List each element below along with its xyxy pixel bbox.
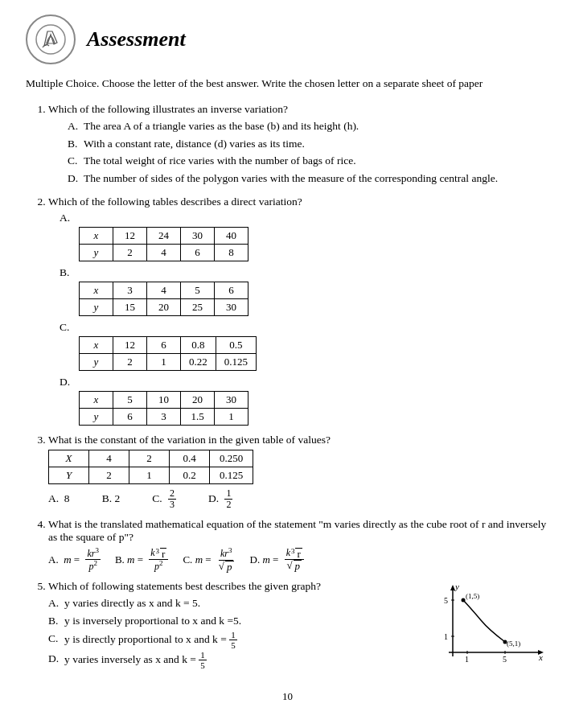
svg-point-16 — [462, 598, 466, 603]
option-5a: A. y varies directly as x and k = 5. — [48, 594, 429, 612]
option-5b: B. y is inversely proportional to x and … — [48, 612, 429, 630]
q4-option-c: C. m = kr3 √p — [183, 547, 235, 571]
question-1-text: Which of the following illustrates an in… — [48, 103, 288, 115]
pencil-icon — [35, 23, 67, 56]
option-5c: C. y is directly proportional to x and k… — [48, 630, 429, 650]
q3-options: A. 8 B. 2 C. 2 3 D. 1 2 — [48, 488, 549, 510]
q5-options-container: Which of following statements best descr… — [48, 580, 429, 670]
q3-table: X420.40.250 Y210.20.125 — [48, 450, 253, 484]
q2-table-b: x3456 y15202530 — [79, 282, 248, 316]
svg-text:x: x — [538, 652, 543, 662]
svg-text:(5,1): (5,1) — [507, 640, 520, 648]
svg-text:5: 5 — [503, 655, 507, 664]
question-5: Which of following statements best descr… — [48, 580, 549, 676]
question-3: What is the constant of the variation in… — [48, 434, 549, 510]
q4-option-d: D. m = k 3r √p — [250, 548, 304, 571]
question-2-text: Which of the following tables describes … — [48, 195, 302, 208]
q2-option-c-label: C. — [60, 321, 549, 334]
q3-option-c: C. 2 3 — [152, 488, 176, 510]
q3-option-b: B. 2 — [102, 492, 121, 505]
svg-text:1: 1 — [444, 632, 448, 641]
q2-table-c: x1260.80.5 y210.220.125 — [79, 336, 257, 371]
option-5d: D. y varies inversely as x and k = 15 — [48, 650, 429, 670]
question-1: Which of the following illustrates an in… — [48, 103, 549, 187]
question-4: What is the translated mathematical equa… — [48, 518, 549, 572]
svg-text:1: 1 — [465, 655, 469, 664]
q2-option-d-label: D. — [60, 376, 549, 389]
header-icon — [26, 14, 76, 64]
question-4-text: What is the translated mathematical equa… — [48, 518, 546, 543]
svg-text:(1,5): (1,5) — [466, 592, 479, 600]
option-1c: C. The total weight of rice varies with … — [68, 152, 549, 170]
q2-table-d: x5102030 y631.51 — [79, 391, 248, 426]
page-number: 10 — [26, 690, 549, 703]
question-1-options: A. The area A of a triangle varies as th… — [68, 117, 549, 187]
question-5-text: Which of following statements best descr… — [48, 580, 321, 592]
question-5-options: A. y varies directly as x and k = 5. B. … — [48, 594, 429, 670]
svg-text:y: y — [454, 582, 459, 591]
q4-option-a: A. m = kr3 p2 — [48, 547, 101, 572]
option-1b: B. With a constant rate, distance (d) va… — [68, 135, 549, 153]
page-header: Assessment — [26, 14, 549, 64]
questions-list: Which of the following illustrates an in… — [26, 103, 549, 676]
q3-option-d: D. 1 2 — [208, 488, 233, 510]
q2-option-b-label: B. — [60, 266, 549, 279]
option-1d: D. The number of sides of the polygon va… — [68, 170, 549, 187]
instructions-text: Multiple Choice. Choose the letter of th… — [26, 76, 549, 92]
q2-option-a-label: A. — [60, 212, 549, 224]
question-3-text: What is the constant of the variation in… — [48, 434, 331, 446]
option-1a: A. The area A of a triangle varies as th… — [68, 117, 549, 135]
q2-table-a: x12243040 y2468 — [79, 227, 248, 261]
q5-graph-svg: y x 1 5 1 5 — [429, 580, 545, 672]
question-2: Which of the following tables describes … — [48, 195, 549, 426]
svg-text:5: 5 — [444, 596, 448, 605]
q4-options: A. m = kr3 p2 B. m = k 3r p2 — [48, 547, 549, 572]
q4-option-b: B. m = k 3r p2 — [115, 548, 169, 572]
svg-point-0 — [36, 25, 65, 54]
q3-option-a: A. 8 — [48, 492, 70, 505]
page-title: Assessment — [87, 27, 186, 51]
q5-graph: y x 1 5 1 5 — [429, 580, 549, 676]
q5-container: Which of following statements best descr… — [48, 580, 549, 676]
